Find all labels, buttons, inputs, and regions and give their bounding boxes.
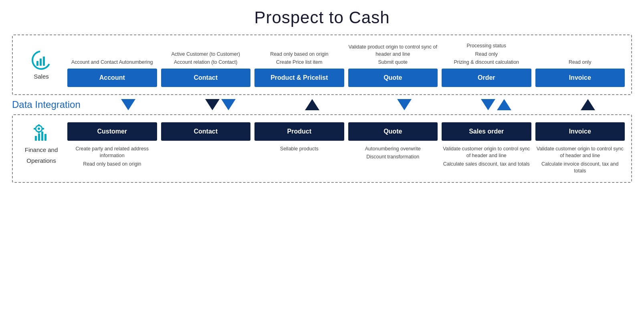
customer-button[interactable]: Customer xyxy=(67,122,157,141)
svg-rect-3 xyxy=(43,57,45,66)
contact-desc-top: Active Customer (to Customer) Account re… xyxy=(171,44,240,66)
sales-section: Sales Account and Contact Autonumbering … xyxy=(12,34,632,95)
arrow-contact xyxy=(176,99,264,110)
arrow-up-dark-product xyxy=(305,99,319,110)
data-integration-label: Data Integration xyxy=(12,99,81,110)
invoice-desc-bottom: Validate customer origin to control sync… xyxy=(535,143,625,175)
data-integration-row: Data Integration xyxy=(12,95,632,114)
svg-rect-10 xyxy=(35,136,37,141)
product-pricelist-desc: Read only based on origin Create Price l… xyxy=(270,44,328,66)
svg-rect-1 xyxy=(36,61,38,66)
arrow-invoice xyxy=(544,99,632,110)
arrow-up-order xyxy=(497,99,511,110)
account-col: Account and Contact Autonumbering Accoun… xyxy=(67,44,157,87)
svg-point-5 xyxy=(38,128,40,130)
svg-rect-8 xyxy=(34,128,36,130)
arrow-up-dark-invoice xyxy=(581,99,595,110)
page-title: Prospect to Cash xyxy=(12,8,632,27)
contact-button-top[interactable]: Contact xyxy=(161,69,251,87)
invoice-button-top[interactable]: Invoice xyxy=(535,69,625,87)
quote-desc-top: Validate product origin to control sync … xyxy=(348,44,438,66)
contact-col-bottom: Contact xyxy=(161,122,251,171)
invoice-col-bottom: Invoice Validate customer origin to cont… xyxy=(535,122,625,175)
sales-order-desc: Validate customer origin to control sync… xyxy=(442,143,531,171)
product-col: Product Sellable products xyxy=(254,122,344,171)
customer-col: Customer Create party and related addres… xyxy=(67,122,157,171)
account-button[interactable]: Account xyxy=(67,69,157,87)
sales-icon-label: Sales xyxy=(19,50,63,80)
arrow-down-order xyxy=(481,99,495,110)
sales-order-button[interactable]: Sales order xyxy=(442,122,531,141)
quote-button-top[interactable]: Quote xyxy=(348,69,438,87)
contact-col-top: Active Customer (to Customer) Account re… xyxy=(161,44,251,87)
arrows-area xyxy=(85,99,632,110)
arrow-down-quote xyxy=(397,99,412,110)
arrow-down-account xyxy=(121,99,135,110)
svg-rect-11 xyxy=(38,134,40,141)
invoice-button-bottom[interactable]: Invoice xyxy=(535,122,625,141)
svg-rect-7 xyxy=(38,131,40,133)
arrow-order xyxy=(452,99,540,110)
invoice-col-top: Read only Invoice xyxy=(535,44,625,87)
svg-rect-12 xyxy=(41,132,43,141)
contact-button-bottom[interactable]: Contact xyxy=(161,122,251,141)
arrow-down-dark-contact xyxy=(205,99,220,110)
bottom-columns: Customer Create party and related addres… xyxy=(67,122,625,175)
order-col: Processing status Read only Prizing & di… xyxy=(442,43,531,87)
arrow-account xyxy=(85,99,172,110)
product-pricelist-button[interactable]: Product & Pricelist xyxy=(254,69,344,87)
arrow-quote xyxy=(360,99,448,110)
top-columns: Account and Contact Autonumbering Accoun… xyxy=(67,43,625,87)
sales-label: Sales xyxy=(34,73,49,80)
svg-rect-6 xyxy=(38,124,40,126)
quote-col-bottom: Quote Autonumbering overwrite Discount t… xyxy=(348,122,438,171)
svg-rect-2 xyxy=(40,59,42,66)
arrow-down-contact xyxy=(221,99,236,110)
sales-order-col: Sales order Validate customer origin to … xyxy=(442,122,531,171)
fo-icon-label: Finance and Operations xyxy=(19,122,63,165)
fo-label1: Finance and xyxy=(25,146,58,154)
arrow-product xyxy=(269,99,356,110)
fo-section: Finance and Operations Customer Create p… xyxy=(12,114,632,183)
customer-desc: Create party and related address informa… xyxy=(67,143,157,171)
order-button[interactable]: Order xyxy=(442,69,531,87)
fo-label2: Operations xyxy=(26,156,56,165)
product-pricelist-col: Read only based on origin Create Price l… xyxy=(254,44,344,87)
product-button[interactable]: Product xyxy=(254,122,344,141)
svg-rect-9 xyxy=(42,128,44,130)
quote-desc-bottom: Autonumbering overwrite Discount transfo… xyxy=(365,143,421,171)
invoice-desc-top: Read only xyxy=(569,44,591,66)
quote-col-top: Validate product origin to control sync … xyxy=(348,44,438,87)
product-desc-bottom: Sellable products xyxy=(280,143,319,171)
fo-chart-icon xyxy=(31,122,52,143)
quote-button-bottom[interactable]: Quote xyxy=(348,122,438,141)
account-desc: Account and Contact Autonumbering xyxy=(71,44,153,66)
order-desc: Processing status Read only Prizing & di… xyxy=(454,43,519,66)
svg-rect-13 xyxy=(44,134,46,141)
sales-chart-icon xyxy=(31,50,52,71)
